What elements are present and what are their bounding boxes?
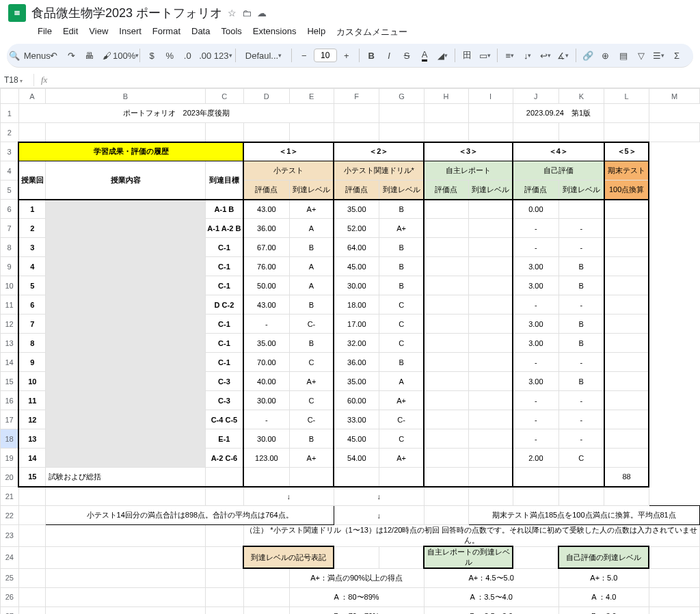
rowhdr-27[interactable]: 27 [1,606,19,614]
currency-button[interactable]: $ [144,46,160,64]
increase-font-button[interactable]: + [338,46,355,64]
italic-button[interactable]: I [381,46,397,64]
spreadsheet-grid[interactable]: ABCDEFGHIJKLM 1ポートフォリオ 2023年度後期2023.09.2… [0,88,700,614]
rowhdr-4[interactable]: 4 [1,161,19,181]
version-label[interactable]: 2023.09.24 第1版 [513,104,604,123]
rowhdr-12[interactable]: 12 [1,315,19,334]
menu-insert[interactable]: Insert [114,23,146,41]
last-content[interactable]: 試験および総括 [46,468,205,487]
session-num[interactable]: 13 [18,429,46,449]
goal-cell[interactable]: A-2 C-6 [205,449,243,468]
rowhdr-3[interactable]: 3 [1,142,19,161]
colhdr-I[interactable]: I [468,89,513,104]
rowhdr-16[interactable]: 16 [1,391,19,410]
more-formats-button[interactable]: 123 [215,46,231,64]
group-3[interactable]: ＜3＞ [424,142,513,161]
legend3-item[interactable]: B ：3.0 [558,606,649,614]
menu-format[interactable]: Format [148,23,185,41]
menu-カスタムメニュー[interactable]: カスタムメニュー [332,23,412,41]
legend2-item[interactable]: A+：4.5〜5.0 [424,568,558,587]
colhdr-L[interactable]: L [604,89,649,104]
goal-cell[interactable]: C-1 [205,238,243,257]
filter-button[interactable]: ▽ [633,46,649,64]
goal-cell[interactable]: C-4 C-5 [205,410,243,429]
group-2[interactable]: ＜2＞ [334,142,424,161]
colhdr-C[interactable]: C [205,89,243,104]
colhdr-G[interactable]: G [379,89,424,104]
rowhdr-2[interactable]: 2 [1,123,19,142]
session-num[interactable]: 7 [18,315,46,334]
goal-cell[interactable]: E-1 [205,429,243,449]
section-header[interactable]: 学習成果・評価の履歴 [18,142,243,161]
menu-tools[interactable]: Tools [216,23,246,41]
legend1-item[interactable]: B ：70〜79% [289,606,424,614]
decrease-font-button[interactable]: − [296,46,312,64]
menu-help[interactable]: Help [302,23,330,41]
session-num[interactable]: 4 [18,257,46,276]
zoom-select[interactable]: 100% [116,46,135,64]
session-num[interactable]: 5 [18,276,46,295]
rowhdr-1[interactable]: 1 [1,104,19,123]
goal-cell[interactable]: C-1 [205,276,243,295]
goal-cell[interactable]: C-1 [205,353,243,372]
group-5[interactable]: ＜5＞ [604,142,649,161]
sub-3[interactable]: 自主レポート [424,161,513,181]
rowhdr-19[interactable]: 19 [1,449,19,468]
hdr-goal[interactable]: 到達目標 [205,161,243,200]
document-title[interactable]: 食品微生物学2023 ポートフォリオ [31,5,222,21]
session-num[interactable]: 9 [18,353,46,372]
rowhdr-22[interactable]: 22 [1,506,19,525]
legend-hdr-3[interactable]: 自己評価の到達レベル [558,546,649,568]
chart-button[interactable]: ▤ [615,46,632,64]
undo-button[interactable]: ↶ [45,46,62,64]
colhdr-A[interactable]: A [18,89,46,104]
session-num[interactable]: 14 [18,449,46,468]
rowhdr-25[interactable]: 25 [1,568,19,587]
rotate-button[interactable]: ∡ [555,46,571,64]
session-num[interactable]: 3 [18,238,46,257]
redo-button[interactable]: ↷ [63,46,79,64]
group-1[interactable]: ＜1＞ [243,142,334,161]
colhdr-D[interactable]: D [243,89,289,104]
wrap-button[interactable]: ↩ [537,46,554,64]
legend1-item[interactable]: A+：満点の90%以上の得点 [289,568,424,587]
decrease-decimal-button[interactable]: .0 [179,46,196,64]
borders-button[interactable]: 田 [459,46,475,64]
legend-hdr-1[interactable]: 到達レベルの記号表記 [243,546,334,568]
rowhdr-20[interactable]: 20 [1,468,19,487]
legend3-item[interactable]: A+：5.0 [558,568,649,587]
rowhdr-23[interactable]: 23 [1,525,19,547]
note-box-2[interactable]: 期末テスト満点185点を100点満点に換算。平均点81点 [468,506,699,525]
rowhdr-6[interactable]: 6 [1,200,19,219]
bold-button[interactable]: B [363,46,379,64]
goal-cell[interactable]: C-3 [205,391,243,410]
rowhdr-24[interactable]: 24 [1,546,19,568]
menu-view[interactable]: View [84,23,113,41]
star-icon[interactable]: ☆ [228,8,237,18]
legend2-item[interactable]: A ：3.5〜4.0 [424,587,558,606]
goal-cell[interactable]: C-1 [205,257,243,276]
hdr-session[interactable]: 授業回 [18,161,46,200]
print-button[interactable]: 🖶 [81,46,97,64]
rowhdr-10[interactable]: 10 [1,276,19,295]
rowhdr-13[interactable]: 13 [1,334,19,353]
legend-hdr-2[interactable]: 自主レポートの到達レベル [424,546,513,568]
sub-1[interactable]: 小テスト [243,161,334,181]
text-color-button[interactable]: A [416,46,433,64]
colhdr-M[interactable]: M [649,89,699,104]
functions-button[interactable]: Σ [669,46,685,64]
colhdr-E[interactable]: E [289,89,334,104]
goal-cell[interactable]: A-1 B [205,200,243,219]
session-num[interactable]: 2 [18,219,46,238]
menu-data[interactable]: Data [187,23,215,41]
group-4[interactable]: ＜4＞ [513,142,604,161]
page-title[interactable]: ポートフォリオ 2023年度後期 [18,104,334,123]
rowhdr-14[interactable]: 14 [1,353,19,372]
fill-color-button[interactable]: ◢ [434,46,450,64]
increase-decimal-button[interactable]: .00 [197,46,213,64]
session-num[interactable]: 6 [18,295,46,315]
rowhdr-8[interactable]: 8 [1,238,19,257]
halign-button[interactable]: ≡ [502,46,518,64]
rowhdr-15[interactable]: 15 [1,372,19,391]
rowhdr-17[interactable]: 17 [1,410,19,429]
